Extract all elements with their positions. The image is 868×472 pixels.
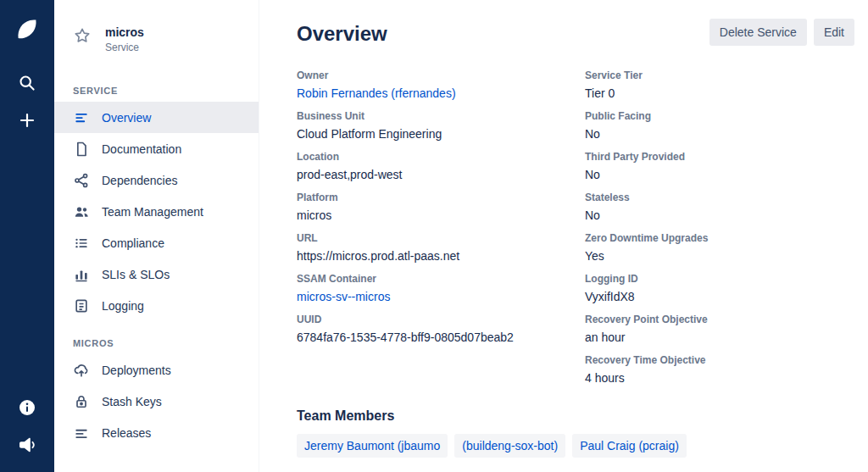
field-public-facing: Public FacingNo — [585, 110, 708, 141]
sidebar-item-stash-keys[interactable]: Stash Keys — [54, 386, 259, 417]
sidebar-item-logging[interactable]: Logging — [54, 290, 259, 321]
sidebar-item-label: Overview — [102, 111, 151, 125]
field-value: prod-east,prod-west — [297, 168, 585, 181]
sidebar-item-label: Team Management — [102, 205, 203, 219]
field-location: Locationprod-east,prod-west — [297, 151, 585, 181]
lock-icon — [73, 393, 90, 410]
sidebar-item-slis-slos[interactable]: SLIs & SLOs — [54, 258, 259, 290]
app-logo-icon — [14, 15, 41, 42]
overview-icon — [73, 109, 90, 126]
field-label: Platform — [297, 192, 585, 203]
field-stateless: StatelessNo — [585, 192, 708, 222]
sidebar-item-documentation[interactable]: Documentation — [54, 133, 259, 164]
sidebar-section-micros: MICROSDeploymentsStash KeysReleases — [54, 321, 259, 448]
field-business-unit: Business UnitCloud Platform Engineering — [297, 110, 585, 141]
field-value: No — [585, 127, 708, 141]
field-value-link[interactable]: micros-sv--micros — [297, 290, 585, 303]
sidebar-item-deployments[interactable]: Deployments — [54, 354, 259, 386]
sidebar-section-title: SERVICE — [54, 75, 259, 102]
app-logo-button[interactable] — [10, 12, 44, 46]
megaphone-icon — [17, 435, 37, 455]
bar-chart-icon — [73, 266, 90, 283]
field-value: VyxifIdX8 — [585, 290, 708, 303]
search-button[interactable] — [10, 66, 44, 100]
service-name: micros — [105, 25, 144, 39]
team-members-section: Team Members Jeremy Baumont (jbaumo(buil… — [297, 408, 854, 458]
dependencies-icon — [73, 172, 90, 189]
header-buttons: Delete Service Edit — [709, 19, 854, 46]
info-icon — [17, 397, 37, 418]
info-button[interactable] — [10, 391, 44, 425]
field-uuid: UUID6784fa76-1535-4778-bff9-0805d07beab2 — [297, 314, 585, 344]
field-value: No — [585, 208, 708, 222]
field-value: https://micros.prod.atl-paas.net — [297, 249, 585, 263]
plus-icon — [17, 110, 37, 130]
create-button[interactable] — [10, 103, 44, 137]
field-third-party-provided: Third Party ProvidedNo — [585, 151, 708, 181]
sidebar-section-service: SERVICEOverviewDocumentationDependencies… — [54, 75, 259, 321]
field-service-tier: Service TierTier 0 — [585, 69, 708, 100]
announcements-button[interactable] — [10, 428, 44, 462]
team-icon — [73, 203, 90, 220]
sidebar-item-releases[interactable]: Releases — [54, 417, 259, 448]
sidebar-item-dependencies[interactable]: Dependencies — [54, 164, 259, 196]
field-value: Tier 0 — [585, 86, 708, 100]
favorite-star-icon[interactable] — [73, 26, 92, 45]
sidebar-item-label: Logging — [102, 299, 144, 313]
sidebar-item-label: Releases — [102, 426, 151, 440]
fields-column-left: OwnerRobin Fernandes (rfernandes)Busines… — [297, 69, 585, 395]
field-owner: OwnerRobin Fernandes (rfernandes) — [297, 69, 585, 100]
sidebar-item-team-management[interactable]: Team Management — [54, 196, 259, 227]
team-member-chip[interactable]: Jeremy Baumont (jbaumo — [297, 434, 448, 458]
logging-icon — [73, 297, 90, 314]
field-logging-id: Logging IDVyxifIdX8 — [585, 273, 708, 303]
field-label: Recovery Point Objective — [585, 314, 708, 325]
sidebar-item-label: Deployments — [102, 364, 171, 377]
releases-icon — [73, 425, 90, 441]
edit-button[interactable]: Edit — [814, 19, 854, 46]
deployments-icon — [73, 362, 90, 379]
field-value: Yes — [585, 249, 708, 263]
field-label: URL — [297, 232, 585, 244]
sidebar: micros Service SERVICEOverviewDocumentat… — [54, 0, 259, 472]
service-identity: micros Service — [105, 25, 144, 53]
sidebar-nav: SERVICEOverviewDocumentationDependencies… — [54, 75, 259, 448]
service-type: Service — [105, 42, 144, 53]
field-label: Service Tier — [585, 69, 708, 81]
sidebar-item-label: Dependencies — [102, 174, 178, 187]
field-value: 4 hours — [585, 371, 708, 385]
field-platform: Platformmicros — [297, 192, 585, 222]
field-label: Owner — [297, 69, 585, 81]
field-value: No — [585, 168, 708, 181]
team-members-list: Jeremy Baumont (jbaumo(buildeng-sox-bot)… — [297, 434, 854, 458]
field-label: Logging ID — [585, 273, 708, 285]
field-label: Public Facing — [585, 110, 708, 122]
compliance-icon — [73, 235, 90, 252]
sidebar-item-compliance[interactable]: Compliance — [54, 227, 259, 258]
field-value: micros — [297, 208, 585, 222]
field-label: UUID — [297, 314, 585, 325]
search-icon — [17, 73, 37, 93]
field-url: URLhttps://micros.prod.atl-paas.net — [297, 232, 585, 263]
field-value: an hour — [585, 330, 708, 344]
field-label: Stateless — [585, 192, 708, 203]
team-member-chip[interactable]: (buildeng-sox-bot) — [454, 434, 565, 458]
sidebar-item-label: SLIs & SLOs — [102, 268, 170, 281]
sidebar-item-label: Stash Keys — [102, 395, 162, 408]
team-members-title: Team Members — [297, 408, 854, 424]
main-header: Overview Delete Service Edit — [297, 19, 854, 46]
field-value: Cloud Platform Engineering — [297, 127, 585, 141]
field-label: Location — [297, 151, 585, 163]
field-recovery-point-objective: Recovery Point Objectivean hour — [585, 314, 708, 344]
delete-service-button[interactable]: Delete Service — [709, 19, 807, 46]
sidebar-header: micros Service — [54, 0, 259, 75]
field-ssam-container: SSAM Containermicros-sv--micros — [297, 273, 585, 303]
field-value-link[interactable]: Robin Fernandes (rfernandes) — [297, 86, 585, 100]
main-content: Overview Delete Service Edit OwnerRobin … — [259, 0, 868, 472]
app-rail — [0, 0, 54, 472]
field-zero-downtime-upgrades: Zero Downtime UpgradesYes — [585, 232, 708, 263]
sidebar-item-overview[interactable]: Overview — [54, 102, 259, 133]
team-member-chip[interactable]: Paul Craig (pcraig) — [572, 434, 687, 458]
field-label: Business Unit — [297, 110, 585, 122]
field-label: Third Party Provided — [585, 151, 708, 163]
